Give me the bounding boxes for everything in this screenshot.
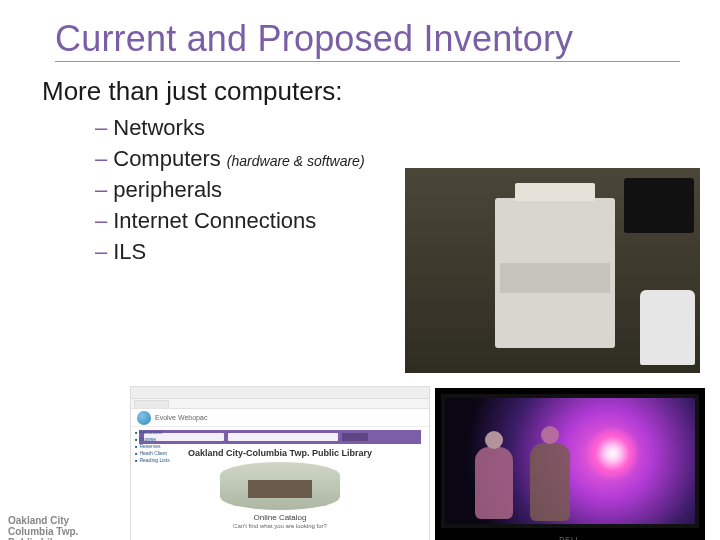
bullet-dash-icon: –	[95, 146, 107, 172]
opac-screenshot: Evolve Webopac Advanced Browse Reserves …	[130, 386, 430, 540]
tv-brand-label: DELL	[559, 536, 581, 540]
opac-criteria-field	[228, 433, 338, 441]
person-figure	[475, 447, 513, 519]
opac-search-button	[342, 433, 368, 441]
tv-frame	[441, 394, 699, 528]
bullet-dash-icon: –	[95, 208, 107, 234]
bullet-dash-icon: –	[95, 239, 107, 265]
list-item: – Networks	[95, 115, 720, 141]
bullet-text: Networks	[113, 115, 205, 141]
opac-sidebar-item: Reserves	[135, 443, 180, 450]
browser-tabs	[131, 399, 429, 409]
opac-catalog-label: Online Catalog	[131, 513, 429, 522]
bullet-text: Internet Connections	[113, 208, 316, 234]
title-underline	[55, 61, 680, 62]
footer-org-label: Oakland City Columbia Twp. Public Librar…	[8, 515, 83, 540]
title-block: Current and Proposed Inventory	[55, 18, 680, 62]
opac-sidebar-item: Browse	[135, 436, 180, 443]
opac-sidebar-item: Reading Lists	[135, 457, 180, 464]
printer-small-device	[624, 178, 694, 233]
printer-photo	[405, 168, 700, 373]
browser-tab	[134, 400, 169, 408]
bullet-dash-icon: –	[95, 115, 107, 141]
bullet-text: peripherals	[113, 177, 222, 203]
tv-screen	[445, 398, 695, 524]
person-figure	[530, 443, 570, 521]
tv-monitor-photo: DELL	[435, 388, 705, 540]
bullet-text: ILS	[113, 239, 146, 265]
opac-search-bar	[139, 430, 421, 444]
bullet-note: (hardware & software)	[227, 153, 365, 169]
subtitle: More than just computers:	[42, 76, 720, 107]
opac-header: Evolve Webopac	[131, 409, 429, 427]
waste-bin-icon	[640, 290, 695, 365]
slide: Current and Proposed Inventory More than…	[0, 18, 720, 540]
slide-title: Current and Proposed Inventory	[55, 18, 680, 60]
opac-sidebar-item: Heath Client	[135, 450, 180, 457]
opac-sidebar-item: Advanced	[135, 429, 180, 436]
copier-tray	[500, 263, 610, 293]
browser-chrome	[131, 387, 429, 399]
opac-prompt: Can't find what you are looking for?	[131, 523, 429, 529]
library-building-icon	[220, 462, 340, 510]
bullet-text: Computers	[113, 146, 221, 172]
opac-logo-text: Evolve Webopac	[155, 414, 207, 421]
bullet-dash-icon: –	[95, 177, 107, 203]
tv-glow-icon	[585, 426, 640, 481]
evolve-logo-icon	[137, 411, 151, 425]
opac-sidebar: Advanced Browse Reserves Heath Client Re…	[135, 429, 180, 464]
